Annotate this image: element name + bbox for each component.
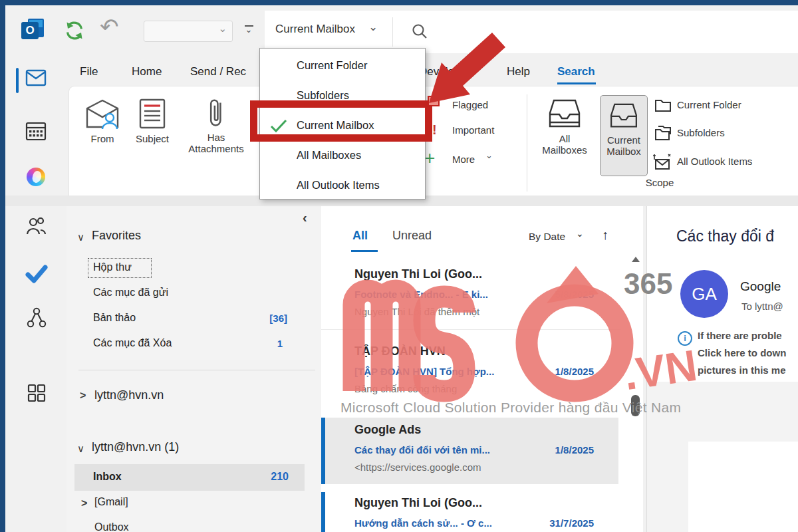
chevron-down-icon[interactable]: ∨ [77, 231, 84, 243]
pane-divider [78, 370, 315, 370]
tab-all[interactable]: All [352, 229, 368, 243]
folder-label: Inbox [93, 471, 122, 483]
current-folder-label: Current Folder [677, 99, 741, 110]
send-receive-sync-icon[interactable] [63, 19, 86, 43]
dropdown-item-subfolders[interactable]: Subfolders [260, 80, 425, 110]
info-banner-line2[interactable]: Click here to down [698, 347, 786, 358]
plus-icon: + [424, 148, 435, 169]
paperclip-icon [205, 96, 227, 130]
org-share-icon[interactable] [27, 307, 47, 329]
email-date: 1/8/2025 [541, 366, 594, 377]
avatar[interactable]: GA [680, 270, 728, 318]
calendar-icon[interactable] [25, 121, 47, 141]
nav-mail-indicator [16, 68, 19, 93]
outlook-window: O ↶ ⌄ ⌄ Current Mailbox ⌄ [0, 0, 798, 532]
ribbon-flagged-button[interactable]: Flagged [428, 97, 508, 114]
tab-file[interactable]: File [80, 65, 98, 78]
ribbon-subject-button[interactable]: Subject [130, 97, 174, 144]
folder-gmail[interactable]: [Gmail] [94, 496, 128, 508]
message-sender[interactable]: Google [740, 279, 781, 294]
folder-drafts[interactable]: Bản thảo [93, 312, 136, 324]
email-row[interactable]: TẬP ĐOÀN HVN [TẬP ĐOÀN HVN] Tổng hợp... … [321, 342, 620, 406]
all-mailboxes-label-2: Mailboxes [542, 144, 587, 156]
email-preview: Nguyen Thi Loi đã thêm một [354, 306, 587, 317]
ribbon-from-button[interactable]: From [78, 97, 126, 144]
tab-help[interactable]: Help [507, 65, 530, 78]
tab-search-underline [557, 82, 596, 84]
collapse-pane-icon[interactable]: ‹ [303, 210, 307, 225]
all-outlook-items-icon [652, 153, 672, 170]
window-frame-top [0, 0, 798, 5]
account-expanded[interactable]: lyttn@hvn.vn (1) [92, 440, 179, 454]
has-attachments-label-1: Has [207, 132, 225, 143]
search-bar[interactable]: Current Mailbox ⌄ [265, 11, 798, 53]
scope-all-outlook-items-button[interactable]: All Outlook Items [652, 153, 791, 172]
chevron-right-icon[interactable]: > [80, 390, 86, 402]
chevron-down-icon: ⌄ [485, 150, 493, 160]
message-to-line: To lyttn@ [741, 301, 783, 312]
sort-direction-icon[interactable]: ↑ [602, 227, 608, 243]
nav-rail [5, 51, 66, 532]
todo-check-icon[interactable] [25, 265, 48, 283]
info-banner-line1[interactable]: If there are proble [698, 330, 782, 341]
folder-deleted[interactable]: Các mục đã Xóa [93, 337, 172, 349]
tab-send-receive[interactable]: Send / Rec [190, 65, 246, 78]
message-list: All Unread By Date ⌄ ↑ Nguyen Thi Loi (G… [321, 206, 643, 532]
dropdown-item-current-folder[interactable]: Current Folder [260, 51, 425, 80]
search-input[interactable] [434, 16, 793, 48]
qat-combobox[interactable]: ⌄ [144, 21, 233, 42]
message-subject: Các thay đổi đ [676, 227, 798, 245]
ribbon-more-button[interactable]: + More ⌄ [424, 149, 511, 169]
chevron-down-icon[interactable]: ∨ [77, 443, 84, 455]
tab-developer[interactable]: Developer [419, 65, 471, 78]
email-date: 31/7/2025 [541, 517, 594, 529]
outlook-logo-icon: O [21, 17, 47, 43]
chevron-down-icon: ⌄ [218, 23, 227, 35]
chevron-down-icon: ⌄ [368, 20, 378, 34]
dropdown-item-all-mailboxes[interactable]: All Mailboxes [260, 140, 425, 170]
sort-by-button[interactable]: By Date [529, 231, 565, 243]
message-body [688, 442, 798, 532]
people-icon[interactable] [25, 215, 47, 235]
scrollbar-up-arrow[interactable] [632, 257, 640, 262]
scope-current-folder-button[interactable]: Current Folder [654, 97, 787, 114]
email-row-selected[interactable]: Google Ads Các thay đổi đổi với tên mi..… [321, 418, 618, 484]
folder-label: Hộp thư [93, 261, 132, 273]
search-scope-selector[interactable]: Current Mailbox [275, 23, 355, 36]
tab-unread[interactable]: Unread [392, 229, 432, 243]
favorites-header[interactable]: Favorites [92, 229, 141, 243]
scope-current-mailbox-button[interactable]: Current Mailbox [600, 95, 648, 176]
email-row[interactable]: Nguyen Thi Loi (Goo... Hướng dẫn cách sử… [321, 492, 620, 532]
dropdown-item-all-outlook-items[interactable]: All Outlook Items [260, 170, 425, 200]
ribbon-separator [527, 94, 527, 192]
info-banner-line3[interactable]: pictures in this me [698, 364, 786, 376]
current-mailbox-label-1: Current [607, 134, 640, 146]
subject-label: Subject [136, 133, 169, 144]
scrollbar-thumb[interactable] [631, 395, 640, 416]
drafts-count: [36] [259, 313, 287, 324]
undo-icon[interactable]: ↶ [100, 13, 119, 40]
ribbon-has-attachments-button[interactable]: Has Attachments [186, 96, 246, 154]
chevron-right-icon[interactable]: > [81, 497, 87, 509]
tab-home[interactable]: Home [132, 65, 162, 78]
folder-inbox-row[interactable]: Inbox 210 [74, 464, 305, 491]
dropdown-item-current-mailbox[interactable]: Current Mailbox [260, 110, 425, 140]
folder-hop-thu[interactable]: Hộp thư [88, 258, 152, 278]
email-row[interactable]: Nguyen Thi Loi (Goo... Footnote và Endno… [321, 265, 620, 329]
mail-icon[interactable] [25, 69, 47, 86]
search-icon [411, 23, 428, 40]
scope-all-mailboxes-button[interactable]: All Mailboxes [540, 97, 589, 156]
scope-group-label: Scope [640, 177, 680, 188]
folder-sent[interactable]: Các mục đã gửi [93, 287, 168, 299]
email-sender: Nguyen Thi Loi (Goo... [354, 267, 574, 281]
customize-toolbar-icon[interactable]: ⌄ [243, 24, 254, 37]
account-collapsed[interactable]: lyttn@hvn.vn [94, 388, 164, 402]
search-scope-dropdown: Current Folder Subfolders Current Mailbo… [259, 48, 426, 200]
copilot-icon[interactable] [27, 168, 45, 186]
ribbon-important-button[interactable]: ! Important [428, 122, 521, 140]
apps-grid-icon[interactable] [27, 383, 47, 403]
tab-search[interactable]: Search [557, 65, 595, 78]
dropdown-item-label: Current Folder [297, 59, 367, 71]
folder-outbox[interactable]: Outbox [94, 521, 129, 532]
scope-subfolders-button[interactable]: Subfolders [654, 125, 787, 142]
